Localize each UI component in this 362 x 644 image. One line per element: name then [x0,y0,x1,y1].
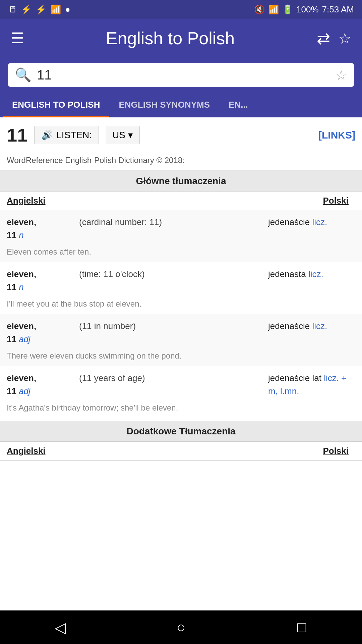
tab-more[interactable]: EN... [219,94,257,117]
table-row: eleven,11 n (cardinal number: 11) jedena… [0,210,362,262]
wifi-icon: 🖥 [8,4,17,15]
back-button[interactable]: ◁ [47,614,74,641]
column-headers: Angielski Polski [0,192,362,210]
dict-info: WordReference English-Polish Dictionary … [0,150,362,171]
scroll-spacer [0,461,362,528]
entry-pl-3: jedenaście licz. [268,320,355,346]
entry-def-2: (time: 11 o'clock) [74,268,268,294]
word-display: 11 [7,124,27,146]
battery-percent: 100% [296,4,319,15]
listen-button[interactable]: 🔊 LISTEN: [34,126,99,144]
col-header-en: Angielski [7,196,74,206]
search-favorite-icon[interactable]: ☆ [335,67,347,83]
nav-bar: ◁ ○ □ [0,610,362,644]
entry-def-3: (11 in number) [74,320,268,346]
links-button[interactable]: [LINKS] [318,129,355,141]
example-3: There were eleven ducks swimming on the … [0,348,362,366]
additional-section-header: Dodatkowe Tłumaczenia [0,421,362,442]
entry-en-1: eleven,11 n [7,216,74,242]
header-icons: ⇄ ☆ [317,29,351,48]
dot-icon: ● [65,4,70,15]
search-icon: 🔍 [15,67,32,83]
entry-en-3: eleven,11 adj [7,320,74,346]
word-header: 11 🔊 LISTEN: US ▾ [LINKS] [0,117,362,150]
tab-english-synonyms[interactable]: ENGLISH SYNONYMS [109,94,219,117]
additional-col-header-en: Angielski [7,446,74,456]
entry-pl-1: jedenaście licz. [268,216,355,242]
time-display: 7:53 AM [322,4,354,15]
recents-button[interactable]: □ [288,614,315,641]
usb-icon2: ⚡ [36,4,46,15]
header-title: English to Polish [32,28,309,48]
additional-column-headers: Angielski Polski [0,442,362,461]
table-row: eleven,11 adj (11 years of age) jedenaśc… [0,366,362,418]
table-row: eleven,11 n (time: 11 o'clock) jedenasta… [0,262,362,314]
col-header-pl: Polski [323,196,349,206]
swap-languages-icon[interactable]: ⇄ [317,29,330,48]
home-button[interactable]: ○ [168,614,194,641]
entry-pl-2: jedenasta licz. [268,268,355,294]
locale-value: US [112,130,125,141]
search-input[interactable] [37,67,330,83]
status-bar-left: 🖥 ⚡ ⚡ 📶 ● [8,4,70,15]
locale-selector[interactable]: US ▾ [106,126,140,144]
example-2: I'll meet you at the bus stop at eleven. [0,297,362,314]
speaker-icon: 🔊 [41,129,53,141]
signal-icon: 📶 [50,4,61,15]
status-bar: 🖥 ⚡ ⚡ 📶 ● 🔇 📶 🔋 100% 7:53 AM [0,0,362,19]
tabs-container: ENGLISH TO POLISH ENGLISH SYNONYMS EN... [0,94,362,117]
listen-label: LISTEN: [56,130,92,141]
example-4: It's Agatha's birthday tomorrow; she'll … [0,400,362,418]
mute-icon: 🔇 [254,4,265,15]
dropdown-icon: ▾ [128,129,133,141]
search-bar-container: 🔍 ☆ [0,58,362,94]
main-section-header: Główne tłumaczenia [0,171,362,192]
menu-icon[interactable]: ☰ [11,31,24,46]
table-row: eleven,11 adj (11 in number) jedenaście … [0,314,362,366]
app-header: ☰ English to Polish ⇄ ☆ [0,19,362,58]
status-bar-right: 🔇 📶 🔋 100% 7:53 AM [254,4,354,15]
entry-en-2: eleven,11 n [7,268,74,294]
entry-def-1: (cardinal number: 11) [74,216,268,242]
wifi-strength-icon: 📶 [268,4,279,15]
entry-def-4: (11 years of age) [74,372,268,398]
licz-link-2[interactable]: licz. [308,269,323,279]
licz-link-3[interactable]: licz. [312,321,327,331]
battery-icon: 🔋 [282,4,293,15]
entry-pl-4: jedenaście lat licz. +m, l.mn. [268,372,355,398]
licz-link-1[interactable]: licz. [312,217,327,227]
favorite-icon[interactable]: ☆ [338,30,351,47]
example-1: Eleven comes after ten. [0,245,362,262]
licz-link-4[interactable]: licz. +m, l.mn. [268,373,346,396]
usb-icon1: ⚡ [21,4,32,15]
tab-english-to-polish[interactable]: ENGLISH TO POLISH [3,94,109,117]
search-bar: 🔍 ☆ [8,63,354,87]
entry-en-4: eleven,11 adj [7,372,74,398]
additional-col-header-pl: Polski [323,446,349,456]
content-area: 11 🔊 LISTEN: US ▾ [LINKS] WordReference … [0,117,362,610]
